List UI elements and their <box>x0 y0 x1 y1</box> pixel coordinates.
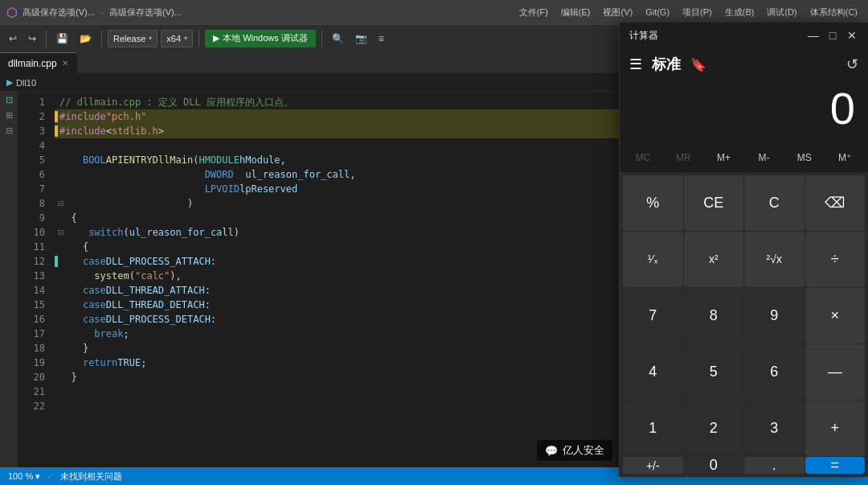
calc-7-button[interactable]: 7 <box>623 288 683 343</box>
arch-arrow: ▾ <box>184 35 187 42</box>
mem-ms-button[interactable]: MS <box>784 143 825 172</box>
zoom-arrow: ▾ <box>35 471 40 481</box>
extra-button[interactable]: ≡ <box>375 31 388 46</box>
calc-decimal-button[interactable]: . <box>744 457 805 474</box>
calc-display: 0 <box>620 77 868 143</box>
calc-sqrt-button[interactable]: ²√x <box>744 232 805 287</box>
calc-add-button[interactable]: + <box>805 401 866 456</box>
calc-close-button[interactable]: ✕ <box>842 26 862 45</box>
run-label: 本地 Windows 调试器 <box>223 32 308 44</box>
left-icon-1: ⊡ <box>6 95 13 105</box>
mem-mlist-button[interactable]: M⁺ <box>825 143 865 172</box>
title-bar: ⬡ 高级保存选项(V)... – 高级保存选项(V)... 文件(F) 编辑(E… <box>0 0 868 24</box>
calc-bookmark-icon: 🔖 <box>690 57 706 72</box>
line-numbers: 1234 5678 9101112 13141516 17181920 2122 <box>18 92 48 467</box>
camera-button[interactable]: 📷 <box>351 31 371 46</box>
calc-5-button[interactable]: 5 <box>684 344 744 400</box>
save-button[interactable]: 💾 <box>52 31 72 46</box>
vs-icon: ⬡ <box>6 5 18 20</box>
menu-project[interactable]: 项目(P) <box>678 6 716 18</box>
search-button[interactable]: 🔍 <box>328 31 348 46</box>
calc-negate-button[interactable]: +/- <box>623 457 683 474</box>
status-message: 未找到相关问题 <box>60 471 122 483</box>
watermark: 💬 亿人安全 <box>537 440 612 461</box>
calc-8-button[interactable]: 8 <box>684 288 744 343</box>
menu-file[interactable]: 文件(F) <box>515 6 552 18</box>
title-sep: – <box>100 7 104 17</box>
vs-ide: ⬡ 高级保存选项(V)... – 高级保存选项(V)... 文件(F) 编辑(E… <box>0 0 868 485</box>
calculator-window: 计算器 — □ ✕ ☰ 标准 🔖 ↺ 0 MC MR M+ M- MS M⁺ <box>619 23 868 477</box>
menu-edit[interactable]: 编辑(E) <box>557 6 595 18</box>
calc-ce-button[interactable]: CE <box>684 175 744 231</box>
bc-project: ▶ <box>6 77 13 88</box>
calc-equals-button[interactable]: = <box>805 457 866 474</box>
run-icon: ▶ <box>213 33 219 43</box>
mem-mc-button[interactable]: MC <box>623 143 663 172</box>
menu-arch[interactable]: 体系结构(C) <box>806 6 862 18</box>
config-label: Release <box>113 34 145 43</box>
calc-reciprocal-button[interactable]: ¹⁄ₓ <box>623 232 683 287</box>
menu-debug[interactable]: 调试(D) <box>763 6 800 18</box>
calc-1-button[interactable]: 1 <box>623 401 683 456</box>
calc-subtract-button[interactable]: — <box>805 344 866 400</box>
redo-button[interactable]: ↪ <box>24 31 40 46</box>
run-button[interactable]: ▶ 本地 Windows 调试器 <box>205 30 316 47</box>
calc-maximize-button[interactable]: □ <box>823 26 842 45</box>
configuration-dropdown[interactable]: Release ▾ <box>108 30 158 47</box>
watermark-text: 亿人安全 <box>563 443 604 458</box>
watermark-icon: 💬 <box>545 445 558 457</box>
title-text-2: 高级保存选项(V)... <box>109 6 182 18</box>
calc-6-button[interactable]: 6 <box>744 344 805 400</box>
arch-label: x64 <box>166 34 181 43</box>
menu-git[interactable]: Git(G) <box>641 7 674 17</box>
calc-2-button[interactable]: 2 <box>684 401 744 456</box>
calc-buttons: % CE C ⌫ ¹⁄ₓ x² ²√x ÷ 7 8 9 × 4 5 6 — 1 … <box>620 172 868 477</box>
menu-view[interactable]: 视图(V) <box>599 6 637 18</box>
open-button[interactable]: 📂 <box>76 31 96 46</box>
calc-backspace-button[interactable]: ⌫ <box>805 175 866 231</box>
calc-memory-row: MC MR M+ M- MS M⁺ <box>620 143 868 172</box>
title-text-1: 高级保存选项(V)... <box>23 6 95 18</box>
calc-menu-icon[interactable]: ☰ <box>629 55 642 73</box>
calc-minimize-button[interactable]: — <box>804 26 823 45</box>
calc-c-button[interactable]: C <box>744 175 805 231</box>
menu-build[interactable]: 生成(B) <box>721 6 759 18</box>
calc-history-icon[interactable]: ↺ <box>846 55 858 73</box>
arch-dropdown[interactable]: x64 ▾ <box>161 30 193 47</box>
calc-square-button[interactable]: x² <box>684 232 744 287</box>
config-arrow: ▾ <box>149 35 152 42</box>
calc-0-button[interactable]: 0 <box>684 457 744 474</box>
toolbar-separator-4 <box>321 31 322 47</box>
calc-3-button[interactable]: 3 <box>744 401 805 456</box>
calc-header: ☰ 标准 🔖 ↺ <box>620 48 868 77</box>
calc-multiply-button[interactable]: × <box>805 288 866 343</box>
toolbar-separator-3 <box>199 31 199 47</box>
calc-4-button[interactable]: 4 <box>623 344 683 400</box>
left-icon-2: ⊞ <box>6 110 13 121</box>
calc-divide-button[interactable]: ÷ <box>805 232 866 287</box>
calc-mode-label: 标准 <box>652 55 681 74</box>
status-left: 100 % ▾ ✓ 未找到相关问题 <box>8 471 122 483</box>
mem-mminus-button[interactable]: M- <box>744 143 784 172</box>
toolbar-separator-1 <box>46 31 47 47</box>
status-check-icon: ✓ <box>47 471 54 482</box>
zoom-level[interactable]: 100 % ▾ <box>8 471 40 482</box>
mem-mr-button[interactable]: MR <box>663 143 703 172</box>
left-icons: ⊡ ⊞ ⊟ <box>0 92 18 467</box>
tab-dllmain[interactable]: dllmain.cpp ✕ <box>0 52 77 73</box>
calc-title-bar: 计算器 — □ ✕ <box>620 23 868 48</box>
tab-label: dllmain.cpp <box>8 58 57 69</box>
tab-close-button[interactable]: ✕ <box>62 59 68 68</box>
calc-number: 0 <box>633 84 855 134</box>
mem-mplus-button[interactable]: M+ <box>703 143 743 172</box>
calc-9-button[interactable]: 9 <box>744 288 805 343</box>
calc-percent-button[interactable]: % <box>623 175 683 231</box>
bc-project-name: Dll10 <box>16 78 36 88</box>
toolbar-separator-2 <box>101 31 102 47</box>
calc-title-label: 计算器 <box>626 29 658 43</box>
left-icon-3: ⊟ <box>6 125 13 136</box>
undo-button[interactable]: ↩ <box>5 31 21 46</box>
